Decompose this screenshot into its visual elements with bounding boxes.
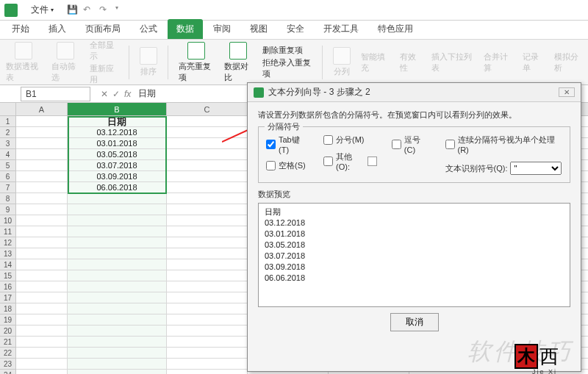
row-header[interactable]: 24	[0, 370, 15, 374]
accept-edit-icon[interactable]: ✓	[112, 89, 120, 99]
cell[interactable]	[167, 314, 248, 325]
tab-security[interactable]: 安全	[278, 19, 313, 39]
cell[interactable]	[16, 204, 68, 215]
row-header[interactable]: 17	[0, 292, 15, 303]
cell[interactable]	[16, 149, 68, 159]
qat-dropdown-icon[interactable]: ▾	[115, 4, 127, 16]
row-header[interactable]: 16	[0, 281, 15, 292]
ribbon-highlight-dup[interactable]: 高亮重复项	[179, 42, 214, 83]
tab-dev[interactable]: 开发工具	[315, 19, 368, 39]
cell[interactable]	[68, 204, 167, 215]
cell[interactable]	[68, 270, 167, 281]
cell[interactable]	[16, 127, 68, 137]
tab-layout[interactable]: 页面布局	[76, 19, 129, 39]
row-header[interactable]: 12	[0, 237, 15, 248]
cell[interactable]	[167, 359, 248, 369]
cell[interactable]: 03.12.2018	[68, 127, 167, 137]
cell[interactable]	[68, 326, 167, 336]
row-header[interactable]: 11	[0, 226, 15, 237]
cell[interactable]	[16, 248, 68, 259]
fx-icon[interactable]: fx	[124, 89, 131, 99]
cell[interactable]	[16, 237, 68, 248]
cell[interactable]	[68, 226, 167, 237]
cell[interactable]	[68, 370, 167, 374]
tab-data[interactable]: 数据	[168, 19, 203, 39]
cell[interactable]	[16, 359, 68, 369]
cell[interactable]: 03.05.2018	[68, 149, 167, 159]
cell[interactable]	[167, 182, 248, 193]
row-header[interactable]: 9	[0, 204, 15, 215]
cell[interactable]	[167, 337, 248, 347]
row-header[interactable]: 2	[0, 127, 15, 138]
cell[interactable]: 日期	[68, 116, 167, 126]
cell[interactable]	[68, 281, 167, 292]
row-header[interactable]: 23	[0, 359, 15, 370]
ribbon-compare[interactable]: 数据对比	[224, 42, 252, 83]
cell[interactable]	[16, 116, 68, 126]
cell[interactable]	[16, 182, 68, 193]
cell[interactable]	[16, 326, 68, 336]
cell[interactable]	[68, 215, 167, 226]
row-header[interactable]: 1	[0, 116, 15, 127]
ribbon-sort[interactable]: 排序	[140, 47, 157, 77]
col-header-a[interactable]: A	[16, 103, 68, 115]
cell[interactable]	[167, 259, 248, 270]
cell[interactable]	[16, 292, 68, 303]
checkbox-consecutive[interactable]: 连续分隔符号视为单个处理(R)	[445, 134, 563, 154]
name-box[interactable]: B1	[21, 87, 90, 101]
ribbon-filter-opts[interactable]: 全部显示重新应用	[90, 40, 118, 85]
col-header-b[interactable]: B	[68, 103, 167, 115]
ribbon-split[interactable]: 分列	[333, 47, 351, 77]
row-header[interactable]: 7	[0, 182, 15, 193]
cell[interactable]	[16, 171, 68, 181]
cell[interactable]	[167, 348, 248, 358]
cancel-edit-icon[interactable]: ✕	[101, 89, 108, 99]
checkbox-semicolon[interactable]: 分号(M)	[323, 134, 377, 145]
tab-start[interactable]: 开始	[3, 19, 38, 39]
cancel-button[interactable]: 取消	[390, 313, 439, 331]
cell[interactable]	[16, 337, 68, 347]
cell[interactable]	[68, 248, 167, 259]
cell[interactable]	[68, 359, 167, 369]
cell[interactable]	[16, 314, 68, 325]
checkbox-comma[interactable]: 逗号(C)	[392, 134, 431, 154]
cell[interactable]	[16, 226, 68, 237]
file-menu[interactable]: 文件 ▾	[24, 1, 61, 18]
tab-review[interactable]: 审阅	[204, 19, 240, 39]
row-header[interactable]: 14	[0, 259, 15, 270]
cell[interactable]	[167, 326, 248, 336]
cell[interactable]	[68, 292, 167, 303]
row-header[interactable]: 22	[0, 348, 15, 359]
cell[interactable]	[16, 303, 68, 314]
ribbon-autofilter[interactable]: 自动筛选	[51, 42, 79, 83]
ribbon-pivot[interactable]: 数据透视表	[6, 42, 41, 83]
cell[interactable]	[167, 303, 248, 314]
cell[interactable]	[16, 270, 68, 281]
ribbon-consolidate[interactable]: 合并计算	[484, 51, 512, 73]
cell[interactable]	[68, 259, 167, 270]
tab-special[interactable]: 特色应用	[369, 19, 422, 39]
col-header-c[interactable]: C	[167, 103, 248, 115]
other-delimiter-input[interactable]	[368, 157, 377, 166]
cell[interactable]	[167, 370, 248, 374]
cell[interactable]	[167, 204, 248, 215]
cell[interactable]	[68, 237, 167, 248]
cell[interactable]	[167, 281, 248, 292]
cell[interactable]	[68, 337, 167, 347]
save-icon[interactable]: 💾	[67, 4, 79, 16]
checkbox-other[interactable]: 其他(O):	[323, 151, 377, 171]
tab-view[interactable]: 视图	[241, 19, 276, 39]
row-header[interactable]: 4	[0, 149, 15, 160]
cell[interactable]	[167, 116, 248, 126]
tab-formula[interactable]: 公式	[131, 19, 166, 39]
cell[interactable]: 06.06.2018	[68, 182, 167, 193]
row-header[interactable]: 5	[0, 160, 15, 171]
checkbox-space[interactable]: 空格(S)	[266, 160, 309, 171]
cell[interactable]	[68, 303, 167, 314]
ribbon-record[interactable]: 记录单	[523, 51, 544, 73]
cell[interactable]	[16, 215, 68, 226]
ribbon-dropdown[interactable]: 插入下拉列表	[431, 51, 474, 73]
cell[interactable]	[16, 259, 68, 270]
cell[interactable]: 03.01.2018	[68, 138, 167, 148]
tab-insert[interactable]: 插入	[40, 19, 75, 39]
